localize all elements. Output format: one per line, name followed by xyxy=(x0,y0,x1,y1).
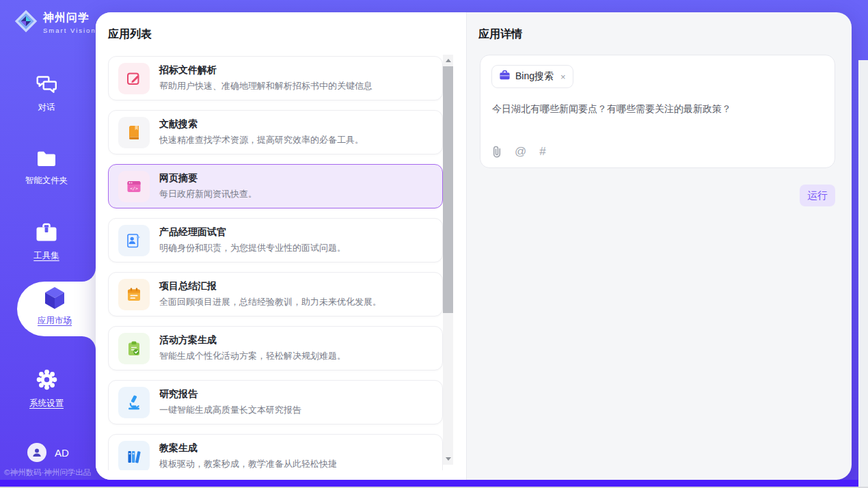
app-card-research-report[interactable]: 研究报告 一键智能生成高质量长文本研究报告 xyxy=(108,380,443,424)
bottom-accent-bar xyxy=(0,480,858,487)
arrow-up-icon xyxy=(446,59,451,62)
app-title: 活动方案生成 xyxy=(159,334,346,347)
edit-square-icon xyxy=(118,63,150,94)
gear-icon xyxy=(36,369,57,393)
app-description: 快速精准查找学术资源，提高研究效率的必备工具。 xyxy=(159,134,364,146)
app-title: 网页摘要 xyxy=(159,172,257,185)
brand-subtitle: Smart Vision xyxy=(43,27,96,34)
tool-tag-label: Bing搜索 xyxy=(515,70,554,83)
app-list-title: 应用列表 xyxy=(108,27,152,42)
copyright-text: ©神州数码·神州问学出品 xyxy=(4,467,96,478)
interviewer-icon xyxy=(118,225,150,256)
app-title: 招标文件解析 xyxy=(159,64,372,77)
app-title: 研究报告 xyxy=(159,388,301,401)
app-description: 智能生成个性化活动方案，轻松解决规划难题。 xyxy=(159,350,346,362)
app-description: 模板驱动，教案秒成，教学准备从此轻松快捷 xyxy=(159,458,337,470)
input-toolbar: @ # xyxy=(492,145,546,159)
brand-name: 神州问学 xyxy=(43,11,96,25)
app-card-pm-interviewer[interactable]: 产品经理面试官 明确身份和职责，为您提供专业性的面试问题。 xyxy=(108,218,443,262)
scroll-up-button[interactable] xyxy=(443,55,453,66)
sidebar-item-app-market[interactable]: 应用市场 xyxy=(17,286,92,327)
close-icon[interactable]: × xyxy=(560,72,566,81)
sidebar-item-toolset[interactable]: 工具集 xyxy=(0,223,93,262)
microscope-icon xyxy=(118,387,150,418)
app-card-project-summary[interactable]: 项目总结汇报 全面回顾项目进展，总结经验教训，助力未来优化发展。 xyxy=(108,272,443,316)
sidebar-item-label: 系统设置 xyxy=(29,398,64,409)
paperclip-icon[interactable] xyxy=(492,146,502,158)
app-list: 招标文件解析 帮助用户快速、准确地理解和解析招标书中的关键信息 文献搜索 xyxy=(108,48,443,470)
sidebar-item-smart-folder[interactable]: 智能文件夹 xyxy=(0,150,93,187)
user-account[interactable]: AD xyxy=(27,443,69,462)
prompt-card: Bing搜索 × 今日湖北有哪些新闻要点？有哪些需要关注的最新政策？ @ # xyxy=(480,55,835,168)
list-scrollbar[interactable] xyxy=(443,55,453,465)
folder-icon xyxy=(36,150,57,170)
tool-tag-bing-search[interactable]: Bing搜索 × xyxy=(491,65,573,88)
tab-curve-bottom xyxy=(82,336,96,350)
brand-logo: 神州问学 Smart Vision xyxy=(14,9,96,36)
app-card-event-plan[interactable]: 活动方案生成 智能生成个性化活动方案，轻松解决规划难题。 xyxy=(108,326,443,370)
app-card-bid-document-analysis[interactable]: 招标文件解析 帮助用户快速、准确地理解和解析招标书中的关键信息 xyxy=(108,56,443,100)
books-icon xyxy=(118,441,150,471)
run-button[interactable]: 运行 xyxy=(800,185,835,206)
app-title: 项目总结汇报 xyxy=(159,280,381,293)
app-title: 教案生成 xyxy=(159,442,337,455)
scroll-down-button[interactable] xyxy=(443,453,453,465)
cube-icon xyxy=(43,286,66,313)
browser-code-icon: </> xyxy=(118,171,150,202)
app-description: 帮助用户快速、准确地理解和解析招标书中的关键信息 xyxy=(159,80,372,92)
app-description: 一键智能生成高质量长文本研究报告 xyxy=(159,404,301,416)
sidebar-item-label: 智能文件夹 xyxy=(25,175,68,187)
query-input[interactable]: 今日湖北有哪些新闻要点？有哪些需要关注的最新政策？ xyxy=(492,103,820,116)
sidebar-item-label: 对话 xyxy=(38,102,55,113)
mention-icon[interactable]: @ xyxy=(515,145,526,159)
clipboard-check-icon xyxy=(118,333,150,364)
sidebar-item-label: 应用市场 xyxy=(38,315,72,327)
tab-curve-top xyxy=(82,268,96,282)
app-description: 明确身份和职责，为您提供专业性的面试问题。 xyxy=(159,242,346,254)
app-detail-title: 应用详情 xyxy=(478,27,522,42)
app-title: 文献搜索 xyxy=(159,118,364,131)
app-detail-panel: 应用详情 Bing搜索 × 今日湖北有哪些新闻要点？有哪些需要关注的最新政策？ xyxy=(467,12,852,480)
window-scrollbar[interactable] xyxy=(858,60,868,488)
diamond-logo-icon xyxy=(14,9,38,36)
app-list-panel: 应用列表 招标文件解析 帮助用户快速、准确地理解和解析招标书中的关键信息 xyxy=(96,12,467,480)
arrow-down-icon xyxy=(446,457,451,461)
app-card-web-summary[interactable]: </> 网页摘要 每日政府新闻资讯快查。 xyxy=(108,164,443,208)
app-card-lesson-plan[interactable]: 教案生成 模板驱动，教案秒成，教学准备从此轻松快捷 xyxy=(108,434,443,470)
user-name: AD xyxy=(55,447,69,459)
svg-text:</>: </> xyxy=(130,185,138,191)
user-avatar-icon xyxy=(27,443,46,462)
hash-icon[interactable]: # xyxy=(539,145,545,159)
briefcase-icon xyxy=(499,70,511,83)
app-card-literature-search[interactable]: 文献搜索 快速精准查找学术资源，提高研究效率的必备工具。 xyxy=(108,110,443,154)
app-description: 全面回顾项目进展，总结经验教训，助力未来优化发展。 xyxy=(159,296,381,308)
scrollbar-thumb[interactable] xyxy=(443,66,453,313)
toolbox-icon xyxy=(35,223,58,245)
calendar-icon xyxy=(118,279,150,310)
book-icon xyxy=(118,117,150,148)
app-title: 产品经理面试官 xyxy=(159,226,346,239)
sidebar-item-label: 工具集 xyxy=(33,250,59,262)
app-description: 每日政府新闻资讯快查。 xyxy=(159,188,257,200)
app-window: 神州问学 Smart Vision 对话 智能文件夹 工具集 xyxy=(0,0,868,488)
chat-icon xyxy=(36,75,57,97)
sidebar-item-chat[interactable]: 对话 xyxy=(0,75,93,113)
sidebar-item-settings[interactable]: 系统设置 xyxy=(0,369,93,409)
main-content: 应用列表 招标文件解析 帮助用户快速、准确地理解和解析招标书中的关键信息 xyxy=(96,12,852,480)
